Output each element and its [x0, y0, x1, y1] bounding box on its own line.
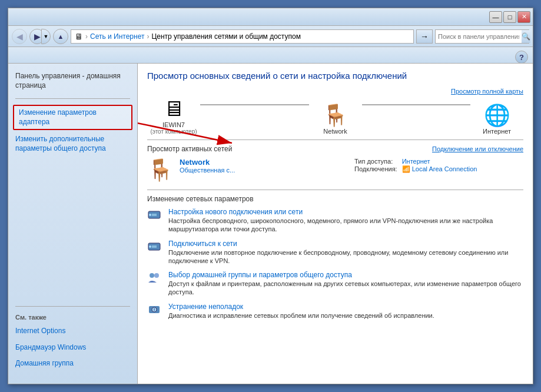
sidebar-divider-1	[15, 98, 130, 99]
connections-value[interactable]: 📶 Local Area Connection	[402, 165, 523, 173]
setting-troubleshoot: Устранение неполадок Диагностика и испра…	[147, 303, 523, 320]
network-type[interactable]: Общественная с...	[180, 167, 349, 174]
svg-point-11	[154, 310, 155, 311]
search-input[interactable]	[436, 33, 522, 40]
internet-icon: 🌐	[484, 103, 510, 128]
internet-label: Интернет	[483, 128, 511, 135]
content-area: Просмотр основных сведений о сети и наст…	[138, 64, 533, 384]
node-network: 🪑 Network	[309, 103, 362, 135]
also-label: См. также	[8, 311, 137, 323]
close-button[interactable]: ✕	[517, 11, 530, 23]
path-computer-icon: 🖥	[75, 32, 83, 41]
svg-rect-1	[152, 214, 157, 216]
svg-point-7	[154, 273, 159, 278]
node-internet: 🌐 Интернет	[470, 103, 523, 135]
go-button[interactable]: →	[416, 29, 433, 44]
homegroup-desc: Доступ к файлам и принтерам, расположенн…	[168, 280, 523, 297]
setting-connect-text: Подключиться к сети Подключение или повт…	[168, 240, 523, 265]
divider-2	[147, 190, 523, 190]
connections-label: Подключения:	[354, 165, 397, 173]
line-1	[200, 104, 309, 105]
dropdown-button[interactable]: ▼	[41, 29, 51, 44]
sidebar: Панель управления - домашняя страница Из…	[8, 64, 138, 384]
setting-homegroup: Выбор домашней группы и параметров общег…	[147, 271, 523, 297]
sidebar-internet-options[interactable]: Internet Options	[8, 323, 137, 340]
network-map: 🖥 IEWIN7 (этот компьютер) 🪑 Network 🌐 Ин…	[147, 88, 523, 135]
connection-name[interactable]: Local Area Connection	[412, 165, 477, 172]
path-separator-1: ›	[85, 32, 88, 41]
line-2	[362, 104, 471, 105]
path-current: Центр управления сетями и общим доступом	[151, 32, 301, 41]
setting-homegroup-text: Выбор домашней группы и параметров общег…	[168, 271, 523, 297]
svg-point-5	[149, 245, 151, 248]
computer-sublabel: (этот компьютер)	[150, 128, 197, 135]
maximize-button[interactable]: □	[503, 11, 516, 23]
sidebar-divider-2	[15, 306, 130, 307]
network-info: Network Общественная с...	[180, 158, 349, 174]
minimize-button[interactable]: —	[489, 11, 502, 23]
network-name[interactable]: Network	[180, 158, 349, 167]
sidebar-home-group[interactable]: Домашняя группа	[8, 356, 137, 372]
sidebar-windows-firewall[interactable]: Брандмауэр Windows	[8, 340, 137, 356]
help-button[interactable]: ?	[515, 51, 528, 64]
connection-icon: 📶	[402, 165, 410, 172]
setting-troubleshoot-text: Устранение неполадок Диагностика и испра…	[168, 303, 434, 320]
network-label: Network	[323, 128, 347, 135]
troubleshoot-link[interactable]: Устранение неполадок	[168, 303, 434, 311]
search-box: 🔍	[435, 29, 529, 44]
new-connection-desc: Настройка беспроводного, широкополосного…	[168, 217, 523, 234]
sidebar-bottom: См. также Internet Options Брандмауэр Wi…	[8, 301, 137, 379]
view-full-map-link[interactable]: Просмотр полной карты	[451, 88, 523, 95]
address-bar: ◀ ▶ ▼ ▲ 🖥 › Сеть и Интернет › Центр упра…	[8, 26, 533, 47]
address-path: 🖥 › Сеть и Интернет › Центр управления с…	[71, 29, 414, 44]
connect-desc: Подключение или повторное подключение к …	[168, 248, 523, 265]
troubleshoot-icon	[147, 303, 164, 320]
title-bar-buttons: — □ ✕	[489, 11, 530, 23]
up-button[interactable]: ▲	[53, 29, 68, 44]
svg-point-6	[150, 273, 154, 278]
node-computer: 🖥 IEWIN7 (этот компьютер)	[147, 97, 200, 135]
computer-icon: 🖥	[163, 97, 184, 121]
connect-link[interactable]: Подключиться к сети	[168, 240, 523, 248]
active-networks-header: Просмотр активных сетей Подключение или …	[147, 145, 523, 153]
sidebar-adapter-settings[interactable]: Изменение параметров адаптера	[13, 105, 132, 130]
sidebar-home[interactable]: Панель управления - домашняя страница	[8, 68, 137, 94]
active-networks-title: Просмотр активных сетей	[147, 145, 232, 153]
access-type-label: Тип доступа:	[354, 158, 397, 165]
active-network-item: 🪑 Network Общественная с... Тип доступа:…	[147, 158, 523, 182]
toolbar-area: ?	[8, 47, 533, 64]
path-network-link[interactable]: Сеть и Интернет	[90, 32, 144, 41]
computer-label: IEWIN7	[162, 121, 185, 128]
path-separator-2: ›	[147, 32, 149, 41]
divider-1	[147, 139, 523, 140]
main-layout: Панель управления - домашняя страница Из…	[8, 64, 533, 384]
new-connection-link[interactable]: Настройка нового подключения или сети	[168, 208, 523, 216]
connect-icon	[147, 240, 164, 257]
svg-point-2	[149, 214, 151, 216]
network-details: Тип доступа: Интернет Подключения: 📶 Loc…	[354, 158, 523, 173]
homegroup-icon	[147, 271, 164, 288]
setting-new-connection: Настройка нового подключения или сети На…	[147, 208, 523, 234]
network-bench-icon: 🪑	[147, 158, 174, 182]
back-button[interactable]: ◀	[12, 29, 27, 44]
search-button[interactable]: 🔍	[522, 30, 530, 43]
page-title: Просмотр основных сведений о сети и наст…	[147, 71, 523, 81]
bench-icon: 🪑	[322, 103, 349, 128]
sidebar-sharing-settings[interactable]: Изменить дополнительные параметры общего…	[8, 131, 137, 157]
change-settings-title: Изменение сетевых параметров	[147, 195, 523, 203]
setting-connect: Подключиться к сети Подключение или повт…	[147, 240, 523, 265]
new-connection-icon	[147, 208, 164, 225]
setting-new-connection-text: Настройка нового подключения или сети На…	[168, 208, 523, 234]
main-window: — □ ✕ ◀ ▶ ▼ ▲ 🖥 › Сеть и Интернет › Цент…	[8, 8, 533, 384]
access-type-value: Интернет	[402, 158, 523, 165]
connect-disconnect-link[interactable]: Подключение или отключение	[432, 145, 523, 152]
svg-rect-4	[152, 245, 157, 248]
homegroup-link[interactable]: Выбор домашней группы и параметров общег…	[168, 271, 523, 279]
troubleshoot-desc: Диагностика и исправление сетевых пробле…	[168, 311, 434, 320]
title-bar: — □ ✕	[8, 8, 533, 26]
change-settings: Настройка нового подключения или сети На…	[147, 208, 523, 320]
